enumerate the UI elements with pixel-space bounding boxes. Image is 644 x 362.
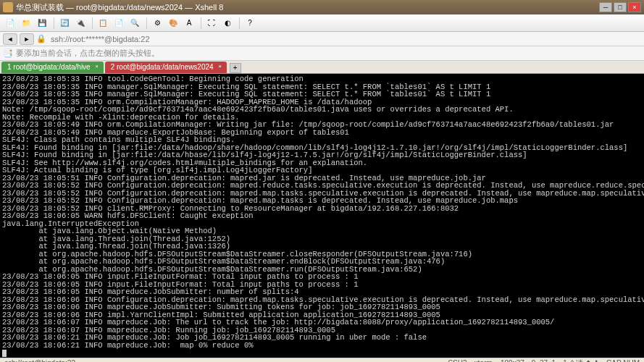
status-bar: ssh://root@bigdata:22 SSH2 xterm ⌐ 189x3… [0, 358, 644, 362]
fullscreen-button[interactable]: ⛶ [204, 17, 219, 30]
address-bar: ◄ ► 🔒 ssh://root:******@bigdata:22 [0, 32, 644, 46]
terminal-line: SLF4J: Actual binding is of type [org.sl… [2, 167, 642, 174]
terminal-line: SLF4J: Class path contains multiple SLF4… [2, 136, 642, 144]
tab-session-2[interactable]: 2 root@bigdata:/data/news2024 × [105, 62, 227, 73]
forward-button[interactable]: ► [20, 33, 34, 45]
terminal-output[interactable]: 23/08/23 18:05:33 INFO tool.CodeGenTool:… [0, 74, 644, 358]
separator [201, 17, 201, 29]
terminal-line: 23/08/23 18:06:21 INFO mapreduce.Job: Jo… [2, 334, 642, 342]
url-text[interactable]: ssh://root:******@bigdata:22 [51, 35, 150, 43]
main-toolbar: 📄 📁 💾 🔄 🔌 📋 📄 🔍 ⚙ 🎨 A ⛶ ◐ ? [0, 14, 644, 32]
back-button[interactable]: ◄ [3, 33, 17, 45]
terminal-line: 23/08/23 18:06:21 INFO mapreduce.Job: ma… [2, 342, 642, 350]
terminal-line: Note: /tmp/sqoop-root/compile/ad9cf76371… [2, 106, 642, 114]
tab-session-1[interactable]: 1 root@bigdata:/data/hive × [1, 62, 104, 73]
terminal-line: at java.lang.Object.wait(Native Method) [2, 227, 642, 235]
terminal-line: 23/08/23 18:05:33 INFO tool.CodeGenTool:… [2, 75, 642, 83]
font-button[interactable]: A [182, 17, 196, 30]
window-title: 华总测试装载 — root@bigdata:/data/news2024 — X… [16, 2, 598, 13]
separator [146, 17, 147, 29]
status-caps: CAP NUM [606, 359, 640, 362]
bookmark-icon[interactable]: 📑 [3, 49, 13, 58]
color-button[interactable]: 🎨 [166, 17, 180, 30]
terminal-line: 23/08/23 18:06:05 INFO input.FileInputFo… [2, 273, 642, 281]
separator [54, 17, 54, 29]
hint-bar: 📑 要添加当前会话，点击左侧的箭头按钮。 [0, 46, 644, 61]
tab-close-icon[interactable]: × [93, 63, 101, 70]
paste-button[interactable]: 📄 [112, 17, 126, 30]
terminal-line: 23/08/23 18:06:07 INFO mapreduce.Job: Th… [2, 319, 642, 327]
terminal-line: 23/08/23 18:05:35 INFO manager.SqlManage… [2, 90, 642, 98]
terminal-line: SLF4J: Found binding in [jar:file:/data/… [2, 151, 642, 159]
tab-close-icon[interactable]: × [217, 63, 224, 70]
open-button[interactable]: 📁 [19, 17, 33, 30]
status-connection: ssh://root@bigdata:22 [4, 359, 440, 362]
minimize-button[interactable]: ─ [599, 2, 612, 12]
tab-label: 1 root@bigdata:/data/hive [7, 63, 91, 71]
hint-text: 要添加当前会话，点击左侧的箭头按钮。 [16, 48, 159, 59]
terminal-line: 23/08/23 18:06:06 INFO mapreduce.JobSubm… [2, 303, 642, 311]
app-icon [3, 2, 13, 12]
separator [92, 17, 93, 29]
copy-button[interactable]: 📋 [96, 17, 110, 30]
close-button[interactable]: × [628, 2, 641, 12]
properties-button[interactable]: ⚙ [150, 17, 164, 30]
status-position: 9, 37, 1 [532, 359, 556, 362]
status-protocol: SSH2 [448, 359, 467, 362]
window-titlebar: 华总测试装载 — root@bigdata:/data/news2024 — X… [0, 0, 644, 14]
terminal-line: 23/08/23 18:06:05 INFO mapreduce.JobSubm… [2, 288, 642, 296]
terminal-cursor [2, 350, 7, 357]
terminal-line: 23/08/23 18:05:52 INFO Configuration.dep… [2, 197, 642, 205]
reconnect-button[interactable]: 🔄 [57, 17, 72, 30]
terminal-line: 23/08/23 18:05:52 INFO Configuration.dep… [2, 182, 642, 190]
terminal-line: 23/08/23 18:06:05 WARN hdfs.DFSClient: C… [2, 212, 642, 220]
separator [239, 17, 240, 29]
terminal-line: at java.lang.Thread.join(Thread.java:132… [2, 243, 642, 251]
disconnect-button[interactable]: 🔌 [73, 17, 88, 30]
help-button[interactable]: ? [243, 17, 257, 30]
terminal-line: 23/08/23 18:05:49 INFO orm.CompilationMa… [2, 121, 642, 129]
lock-icon: 🔒 [36, 34, 46, 43]
maximize-button[interactable]: □ [614, 2, 627, 12]
status-encoding: xterm ⌐ 189x37 [474, 359, 524, 362]
save-button[interactable]: 💾 [35, 17, 49, 30]
find-button[interactable]: 🔍 [127, 17, 142, 30]
terminal-line: at org.apache.hadoop.hdfs.DFSOutputStrea… [2, 258, 642, 266]
transparency-button[interactable]: ◐ [220, 17, 235, 30]
tab-add-button[interactable]: + [230, 63, 241, 73]
session-tabs: 1 root@bigdata:/data/hive × 2 root@bigda… [0, 61, 644, 74]
new-session-button[interactable]: 📄 [3, 17, 17, 30]
status-sessions: 1 会话 ⬆ ⬇ [563, 358, 599, 363]
tab-label: 2 root@bigdata:/data/news2024 [111, 63, 214, 71]
